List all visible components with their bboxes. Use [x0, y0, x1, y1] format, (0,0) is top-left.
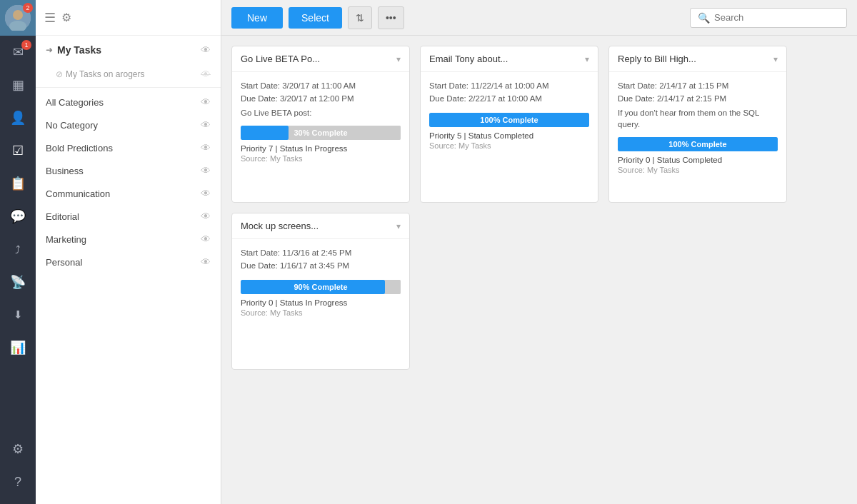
task-card: Reply to Bill High... ▾ Start Date: 2/14…: [608, 46, 787, 203]
icon-bar: 2 ✉ 1 ▦ 👤 ☑ 📋 💬 ⤴ 📡 ⬇ 📊 ⚙ ?: [0, 0, 36, 504]
sidebar-category-item[interactable]: Communication👁: [36, 182, 221, 205]
task-due-date: Due Date: 2/22/17 at 10:00 AM: [429, 92, 589, 105]
avatar-badge: 2: [23, 3, 33, 13]
new-button[interactable]: New: [231, 7, 283, 29]
hamburger-icon[interactable]: ☰: [44, 10, 56, 26]
search-icon: 🔍: [698, 12, 710, 24]
task-source: Source: My Tasks: [241, 154, 401, 163]
toolbar: New Select ⇅ ••• 🔍: [221, 0, 857, 36]
avatar-button[interactable]: 2: [0, 0, 36, 36]
task-source: Source: My Tasks: [618, 166, 778, 174]
analytics-nav-icon[interactable]: 📊: [0, 331, 36, 364]
tasks-nav-icon[interactable]: ☑: [0, 134, 36, 167]
task-start-date: Start Date: 3/20/17 at 11:00 AM: [241, 79, 401, 92]
task-note: Go Live BETA post:: [241, 107, 401, 119]
task-expand-icon[interactable]: ▾: [773, 54, 778, 64]
task-expand-icon[interactable]: ▾: [396, 54, 401, 64]
category-visibility-icon[interactable]: 👁: [201, 142, 211, 153]
sidebar-category-item[interactable]: All Categories👁: [36, 91, 221, 114]
progress-bar-container: 100% Complete: [429, 113, 589, 127]
category-label: No Category: [46, 120, 98, 131]
hidden-icon: ⊘: [56, 69, 63, 79]
task-due-date: Due Date: 3/20/17 at 12:00 PM: [241, 92, 401, 105]
category-visibility-icon[interactable]: 👁: [201, 211, 211, 222]
sidebar-header: ☰ ⚙: [36, 0, 221, 36]
task-card-body: Start Date: 3/20/17 at 11:00 AM Due Date…: [232, 72, 409, 202]
task-expand-icon[interactable]: ▾: [585, 54, 589, 64]
task-card-header: Email Tony about... ▾: [421, 46, 598, 72]
svg-point-1: [13, 10, 23, 20]
sidebar-category-item[interactable]: Bold Predictions👁: [36, 136, 221, 159]
progress-label: 90% Complete: [241, 280, 401, 294]
task-source: Source: My Tasks: [429, 141, 589, 150]
calendar-nav-icon[interactable]: ▦: [0, 69, 36, 101]
category-label: Communication: [46, 188, 110, 199]
settings-icon[interactable]: ⚙: [61, 11, 71, 24]
category-visibility-icon[interactable]: 👁: [201, 165, 211, 176]
sidebar-category-item[interactable]: Business👁: [36, 159, 221, 182]
more-button[interactable]: •••: [378, 6, 404, 29]
task-title: Email Tony about...: [429, 54, 508, 64]
feed-nav-icon[interactable]: 📡: [0, 266, 36, 298]
task-card-body: Start Date: 11/3/16 at 2:45 PM Due Date:…: [232, 239, 409, 369]
search-box: 🔍: [690, 8, 847, 28]
notes-nav-icon[interactable]: 📋: [0, 167, 36, 200]
category-visibility-icon[interactable]: 👁: [201, 119, 211, 131]
task-due-date: Due Date: 1/16/17 at 3:45 PM: [241, 259, 401, 272]
email-badge: 1: [21, 40, 31, 50]
task-card-header: Go Live BETA Po... ▾: [232, 46, 409, 72]
category-visibility-icon[interactable]: 👁: [201, 256, 211, 268]
category-label: Bold Predictions: [46, 143, 113, 153]
sidebar-category-item[interactable]: Editorial👁: [36, 205, 221, 228]
task-title: Mock up screens...: [241, 221, 319, 231]
more-icon: •••: [386, 12, 396, 24]
progress-label: 30% Complete: [241, 126, 401, 140]
task-meta: Priority 0 | Status In Progress: [241, 298, 401, 307]
task-card: Mock up screens... ▾ Start Date: 11/3/16…: [231, 213, 410, 370]
task-meta: Priority 0 | Status Completed: [618, 156, 778, 164]
category-label: Editorial: [46, 211, 79, 222]
progress-label: 100% Complete: [429, 113, 589, 127]
task-card: Email Tony about... ▾ Start Date: 11/22/…: [420, 46, 598, 203]
select-button[interactable]: Select: [289, 7, 342, 29]
task-start-date: Start Date: 11/22/14 at 10:00 AM: [429, 79, 589, 92]
task-meta: Priority 5 | Status Completed: [429, 131, 589, 140]
task-note: If you don't hear from them on the SQL q…: [618, 107, 778, 130]
task-card-header: Mock up screens... ▾: [232, 213, 409, 239]
task-card-header: Reply to Bill High... ▾: [609, 46, 786, 72]
settings-nav-icon[interactable]: ⚙: [0, 433, 36, 465]
email-nav-icon[interactable]: ✉ 1: [0, 36, 36, 69]
task-due-date: Due Date: 2/14/17 at 2:15 PM: [618, 92, 778, 105]
sub-item-visibility-icon[interactable]: 👁: [201, 69, 211, 80]
task-title: Reply to Bill High...: [618, 54, 696, 64]
my-tasks-label[interactable]: ➜ My Tasks: [46, 44, 101, 56]
filter-button[interactable]: ⇅: [348, 6, 372, 29]
main-content: New Select ⇅ ••• 🔍 Go Live BETA Po... ▾ …: [221, 0, 857, 504]
task-card-body: Start Date: 11/22/14 at 10:00 AM Due Dat…: [421, 72, 598, 202]
progress-bar-container: 90% Complete: [241, 280, 401, 294]
category-visibility-icon[interactable]: 👁: [201, 188, 211, 199]
contacts-nav-icon[interactable]: 👤: [0, 101, 36, 134]
sidebar-category-item[interactable]: No Category👁: [36, 114, 221, 136]
share-nav-icon[interactable]: ⤴: [0, 233, 36, 266]
my-tasks-section: ➜ My Tasks 👁: [36, 36, 221, 64]
task-start-date: Start Date: 2/14/17 at 1:15 PM: [618, 79, 778, 92]
download-nav-icon[interactable]: ⬇: [0, 298, 36, 331]
progress-label: 100% Complete: [618, 137, 778, 151]
task-start-date: Start Date: 11/3/16 at 2:45 PM: [241, 246, 401, 259]
task-meta: Priority 7 | Status In Progress: [241, 144, 401, 153]
sidebar-category-item[interactable]: Personal👁: [36, 251, 221, 273]
my-tasks-visibility-icon[interactable]: 👁: [201, 44, 211, 56]
task-expand-icon[interactable]: ▾: [396, 221, 401, 231]
sidebar-sub-item[interactable]: ⊘ My Tasks on arogers 👁: [36, 64, 221, 84]
category-label: All Categories: [46, 97, 104, 108]
sidebar-category-item[interactable]: Marketing👁: [36, 228, 221, 251]
chat-nav-icon[interactable]: 💬: [0, 200, 36, 233]
search-input[interactable]: [714, 12, 828, 23]
help-nav-icon[interactable]: ?: [0, 465, 36, 498]
category-list: All Categories👁No Category👁Bold Predicti…: [36, 91, 221, 273]
sub-item-label: ⊘ My Tasks on arogers: [56, 69, 145, 79]
category-visibility-icon[interactable]: 👁: [201, 233, 211, 245]
progress-bar-container: 30% Complete: [241, 126, 401, 140]
category-visibility-icon[interactable]: 👁: [201, 96, 211, 108]
